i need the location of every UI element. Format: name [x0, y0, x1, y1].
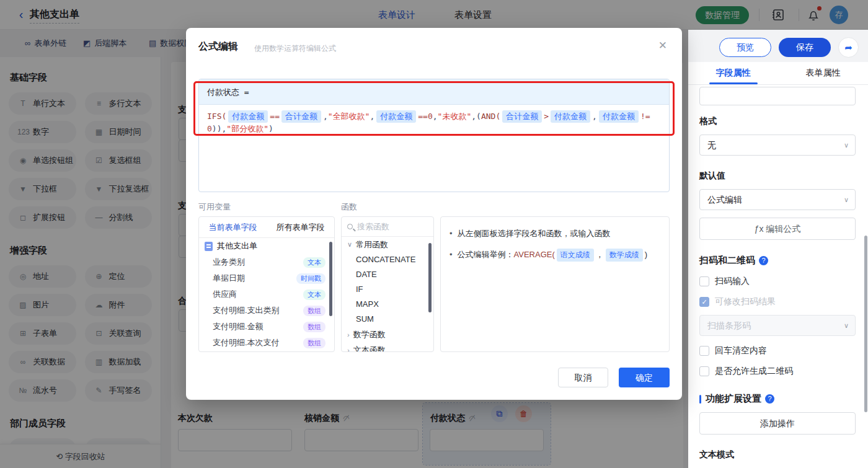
field-token: 数学成绩 — [606, 249, 643, 262]
formula-token: AVERAGE( — [514, 250, 555, 259]
search-icon — [347, 224, 353, 229]
formula-token: == — [270, 112, 280, 121]
variable-name: 单据日期 — [213, 273, 296, 284]
tab-field-properties[interactable]: 字段属性 — [688, 62, 778, 84]
formula-token: AND( — [481, 112, 500, 121]
function-group-label: 数学函数 — [353, 329, 386, 340]
tip-2: •公式编辑举例：AVERAGE(语文成绩，数学成绩) — [450, 248, 660, 262]
tip-1-text: 从左侧面板选择字段名和函数，或输入函数 — [458, 229, 611, 238]
tip-2-text: 公式编辑举例：AVERAGE(语文成绩，数学成绩) — [458, 250, 648, 259]
scan-barcode-value: 扫描条形码 — [707, 320, 751, 330]
type-badge: 数组 — [303, 306, 326, 316]
formula-token: , — [592, 112, 597, 121]
checkbox-icon — [699, 276, 709, 286]
panel-scrollbar[interactable] — [864, 236, 867, 412]
help-icon[interactable]: ? — [759, 256, 768, 265]
formula-token: "未收款" — [438, 112, 472, 121]
variable-name: 支付明细.本次支付 — [213, 337, 303, 348]
formula-expression: IFS(付款金额==合计金额,"全部收款",付款金额==0,"未收款",(AND… — [199, 105, 669, 141]
field-token: 语文成绩 — [557, 249, 594, 262]
variable-row[interactable]: 支付明细.金额数组 — [199, 319, 334, 335]
app-root: ‹ 其他支出单 表单设计 表单设置 数据管理 存 ∞表单外链◩后端脚本▤数据权限… — [0, 0, 868, 468]
variables-scrollbar[interactable] — [329, 242, 332, 316]
tab-all-form-fields[interactable]: 所有表单字段 — [267, 217, 334, 237]
edit-formula-button[interactable]: ƒx 编辑公式 — [699, 218, 856, 240]
formula-help-panel: •从左侧面板选择字段名和函数，或输入函数 •公式编辑举例：AVERAGE(语文成… — [440, 216, 670, 352]
preview-button[interactable]: 预览 — [719, 38, 771, 57]
variable-row[interactable]: 支付明细.支出类别数组 — [199, 302, 334, 319]
format-label: 格式 — [699, 116, 857, 127]
checkbox-label: 是否允许生成二维码 — [715, 366, 793, 377]
variable-row[interactable]: 支付明细.本次支付数组 — [199, 335, 334, 351]
text-mode-label: 文本模式 — [699, 449, 857, 461]
checkbox-icon — [699, 366, 709, 376]
help-icon[interactable]: ? — [765, 394, 774, 404]
variables-tree-root[interactable]: 其他支出单 — [199, 238, 334, 254]
share-button[interactable]: ➦ — [838, 37, 859, 58]
field-title-input[interactable] — [699, 87, 856, 105]
formula-token: > — [544, 112, 549, 121]
tab-form-properties[interactable]: 表单属性 — [778, 62, 868, 84]
add-action-button[interactable]: 添加操作 — [699, 412, 856, 435]
default-value-select[interactable]: 公式编辑∨ — [699, 189, 856, 210]
scan-section-label: 扫码和二维码 — [699, 255, 755, 267]
function-item-sum[interactable]: SUM — [342, 312, 433, 327]
variable-name: 业务类别 — [213, 257, 303, 268]
properties-panel: 字段属性 表单属性 格式 无∨ 默认值 公式编辑∨ ƒx 编辑公式 扫码和二维码… — [688, 62, 868, 468]
formula-token: ,( — [471, 112, 481, 121]
type-badge: 数组 — [303, 338, 326, 348]
enter-clear-checkbox[interactable]: 回车清空内容 — [699, 345, 857, 356]
root-label: 其他支出单 — [217, 241, 257, 252]
formula-token: "部分收款" — [226, 124, 268, 133]
function-item-if[interactable]: IF — [342, 282, 433, 297]
checkbox-label: 可修改扫码结果 — [715, 296, 776, 307]
modal-overlay — [688, 0, 868, 30]
function-item-mapx[interactable]: MAPX — [342, 297, 433, 312]
variables-label: 可用变量 — [198, 201, 231, 213]
checkbox-label: 回车清空内容 — [715, 345, 767, 356]
action-bar: 预览 保存 ➦ — [688, 30, 868, 62]
formula-token: "全部收款" — [328, 112, 370, 121]
variable-row[interactable]: 供应商文本 — [199, 286, 334, 302]
type-badge: 文本 — [303, 257, 326, 268]
chevron-down-icon: ∨ — [347, 241, 352, 249]
ext-section-title: 功能扩展设置? — [699, 393, 857, 405]
scan-input-checkbox[interactable]: 扫码输入 — [699, 276, 857, 287]
formula-editor[interactable]: 付款状态 = IFS(付款金额==合计金额,"全部收款",付款金额==0,"未收… — [198, 79, 670, 192]
field-token: 付款金额 — [376, 110, 416, 123]
type-badge: 文本 — [303, 289, 326, 300]
variable-row[interactable]: 业务类别文本 — [199, 254, 334, 270]
variable-row[interactable]: 单据日期时间戳 — [199, 270, 334, 286]
chevron-right-icon: › — [347, 331, 350, 338]
formula-token: ) — [645, 250, 647, 259]
formula-edit-modal: 公式编辑 使用数学运算符编辑公式 ✕ 付款状态 = IFS(付款金额==合计金额… — [186, 28, 682, 400]
checkbox-label: 扫码输入 — [715, 276, 750, 287]
allow-qrcode-checkbox[interactable]: 是否允许生成二维码 — [699, 366, 857, 377]
tab-current-form-fields[interactable]: 当前表单字段 — [199, 217, 267, 237]
cancel-button[interactable]: 取消 — [558, 368, 608, 387]
format-select[interactable]: 无∨ — [699, 135, 856, 156]
close-icon[interactable]: ✕ — [658, 39, 667, 52]
scan-barcode-select: 扫描条形码∨ — [699, 315, 856, 336]
save-button[interactable]: 保存 — [779, 38, 831, 57]
function-group-collapsed[interactable]: ›数学函数 — [342, 327, 433, 342]
type-badge: 时间戳 — [296, 273, 326, 284]
function-item-date[interactable]: DATE — [342, 267, 433, 282]
variables-panel: 当前表单字段 所有表单字段 其他支出单 业务类别文本单据日期时间戳供应商文本支付… — [198, 216, 335, 352]
confirm-button[interactable]: 确定 — [619, 368, 670, 387]
formula-token: , — [323, 112, 328, 121]
scan-section-title: 扫码和二维码? — [699, 255, 857, 267]
formula-token: , — [433, 112, 438, 121]
modal-title: 公式编辑 — [198, 40, 238, 53]
function-group-collapsed[interactable]: ›文本函数 — [342, 342, 433, 352]
tip-1: •从左侧面板选择字段名和函数，或输入函数 — [450, 227, 660, 240]
function-search-input[interactable]: 搜索函数 — [342, 217, 433, 237]
formula-token: 公式编辑举例： — [458, 250, 514, 259]
variable-name: 支付明细.金额 — [213, 321, 303, 332]
function-group-label: 常用函数 — [356, 239, 388, 250]
function-item-concatenate[interactable]: CONCATENATE — [342, 252, 433, 267]
chevron-down-icon: ∨ — [844, 135, 849, 155]
function-group-expanded[interactable]: ∨常用函数 — [342, 237, 433, 252]
functions-scrollbar[interactable] — [428, 243, 432, 312]
formula-token: ， — [596, 250, 604, 259]
